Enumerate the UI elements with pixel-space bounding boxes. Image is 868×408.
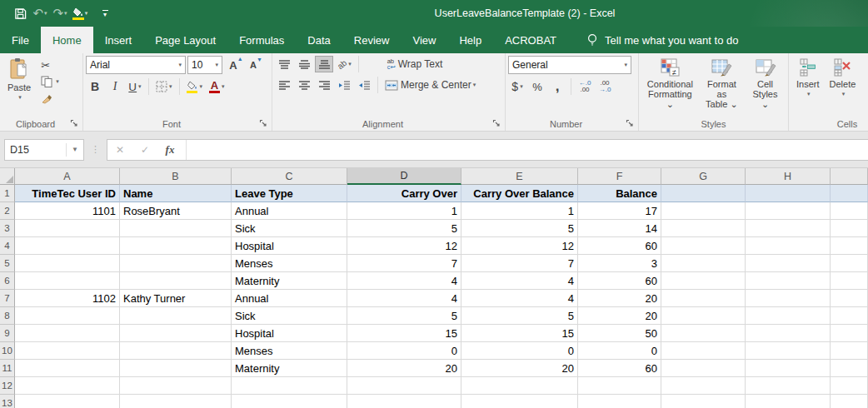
row-header-3[interactable]: 3 [0,220,15,237]
copy-button[interactable]: ▾ [39,74,61,89]
cell-F13[interactable] [578,395,661,408]
cell-A2[interactable]: 1101 [15,202,120,220]
cell-C2[interactable]: Annual [232,202,347,220]
wrap-text-button[interactable]: ab c↩ Wrap Text [385,56,446,72]
font-dialog-launcher[interactable] [259,119,268,128]
cell-B6[interactable] [120,272,232,290]
cell-B3[interactable] [120,220,232,237]
enter-button[interactable]: ✓ [132,144,157,156]
italic-button[interactable]: I [106,78,124,95]
row-header-2[interactable]: 2 [0,202,15,220]
cell-D4[interactable]: 12 [347,237,461,255]
cell-E8[interactable]: 5 [461,307,578,325]
cell-B11[interactable] [120,360,232,377]
middle-align-button[interactable] [295,56,313,72]
cell-E9[interactable]: 15 [461,325,578,342]
clipboard-dialog-launcher[interactable] [70,119,79,128]
cell-F9[interactable]: 50 [578,325,661,342]
cell-C7[interactable]: Annual [232,290,347,307]
cell-A6[interactable] [15,272,120,290]
cell-G6[interactable] [661,272,746,290]
cell-C12[interactable] [232,377,347,395]
cell-partial6[interactable] [831,272,868,290]
cut-button[interactable]: ✂ [39,57,61,72]
tab-data[interactable]: Data [296,27,342,53]
insert-cells-button[interactable]: Insert ▾ [791,56,825,99]
cell-C6[interactable]: Maternity [232,272,347,290]
cell-C1[interactable]: Leave Type [232,185,347,202]
alignment-dialog-launcher[interactable] [492,119,501,128]
tab-page-layout[interactable]: Page Layout [143,27,227,53]
cell-E13[interactable] [461,395,578,408]
row-header-8[interactable]: 8 [0,307,15,325]
cell-E12[interactable] [461,377,578,395]
cell-A8[interactable] [15,307,120,325]
cell-B7[interactable]: Kathy Turner [120,290,232,307]
cell-D9[interactable]: 15 [347,325,461,342]
cell-D2[interactable]: 1 [347,202,461,220]
cell-G3[interactable] [661,220,746,237]
decrease-decimal-button[interactable]: .00 →.0 [596,78,614,95]
cell-D5[interactable]: 7 [347,255,461,272]
cell-H6[interactable] [746,272,831,290]
font-color-button[interactable]: A ▾ [207,78,227,95]
cell-B12[interactable] [120,377,232,395]
tab-file[interactable]: File [0,27,41,53]
cell-D13[interactable] [347,395,461,408]
accounting-format-button[interactable]: $ ▾ [508,78,526,95]
tab-view[interactable]: View [401,27,447,53]
row-header-6[interactable]: 6 [0,272,15,290]
increase-decimal-button[interactable]: ←.0 .00 [576,78,594,95]
cell-D3[interactable]: 5 [347,220,461,237]
cell-F5[interactable]: 3 [578,255,661,272]
row-header-5[interactable]: 5 [0,255,15,272]
qat-fill-color-button[interactable]: ▾ [72,3,88,23]
bottom-align-button[interactable] [315,56,333,72]
row-header-11[interactable]: 11 [0,360,15,377]
col-header-C[interactable]: C [232,168,347,185]
underline-button[interactable]: U ▾ [126,78,144,95]
cell-A13[interactable] [15,395,120,408]
cell-F12[interactable] [578,377,661,395]
cell-D10[interactable]: 0 [347,342,461,360]
col-header-F[interactable]: F [578,168,661,185]
align-left-button[interactable] [275,77,293,93]
cell-B4[interactable] [120,237,232,255]
cell-H8[interactable] [746,307,831,325]
cell-partial7[interactable] [831,290,868,307]
cell-C11[interactable]: Maternity [232,360,347,377]
row-header-13[interactable]: 13 [0,395,15,408]
cell-H2[interactable] [746,202,831,220]
cell-C9[interactable]: Hospital [232,325,347,342]
orientation-button[interactable]: ab ▾ [335,56,354,72]
formula-input[interactable] [186,140,868,160]
tab-review[interactable]: Review [342,27,402,53]
cell-H7[interactable] [746,290,831,307]
cell-F6[interactable]: 60 [578,272,661,290]
cell-G13[interactable] [661,395,746,408]
tab-home[interactable]: Home [41,27,93,53]
cell-C8[interactable]: Sick [232,307,347,325]
cell-C5[interactable]: Menses [232,255,347,272]
cell-E2[interactable]: 1 [461,202,578,220]
cell-A7[interactable]: 1102 [15,290,120,307]
cell-C3[interactable]: Sick [232,220,347,237]
insert-function-button[interactable]: fx [157,143,182,157]
cell-partial12[interactable] [831,377,868,395]
cell-partial13[interactable] [831,395,868,408]
cell-G2[interactable] [661,202,746,220]
cell-E7[interactable]: 4 [461,290,578,307]
number-dialog-launcher[interactable] [626,119,635,128]
cell-B13[interactable] [120,395,232,408]
cell-H10[interactable] [746,342,831,360]
row-header-9[interactable]: 9 [0,325,15,342]
cell-D12[interactable] [347,377,461,395]
customize-qat-button[interactable]: ▾ [97,3,113,23]
font-name-select[interactable]: Arial ▾ [86,56,186,74]
cell-C10[interactable]: Menses [232,342,347,360]
cell-styles-button[interactable]: CellStyles ⌄ [745,56,786,111]
col-header-A[interactable]: A [15,168,120,185]
cell-H9[interactable] [746,325,831,342]
tab-acrobat[interactable]: ACROBAT [493,27,568,53]
percent-style-button[interactable]: % [528,78,546,95]
